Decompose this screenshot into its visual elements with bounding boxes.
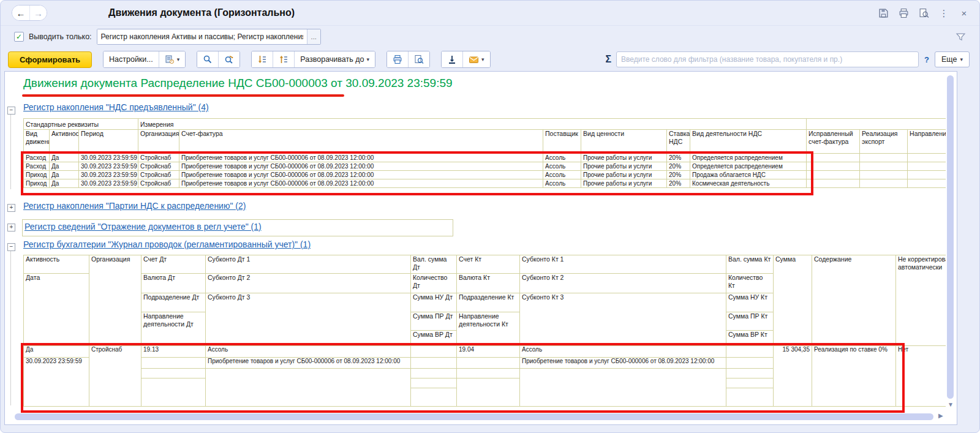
cell[interactable] — [726, 378, 774, 388]
cell[interactable]: Ассоль — [206, 346, 411, 358]
settings-button[interactable]: Настройки... — [104, 51, 159, 67]
cell[interactable] — [411, 388, 457, 407]
cell[interactable]: Приход — [24, 179, 50, 188]
cell[interactable]: Приобретение товаров и услуг СБ00-000006… — [179, 154, 543, 162]
cell[interactable]: 20% — [667, 171, 690, 179]
cell[interactable]: Да — [50, 154, 79, 162]
choose-registers-button[interactable]: ... — [307, 29, 320, 44]
cell[interactable]: Стройснаб — [138, 179, 179, 188]
cell[interactable] — [411, 346, 457, 358]
show-only-checkbox[interactable]: ✓ — [14, 32, 24, 42]
cell[interactable]: Да — [50, 179, 79, 188]
generate-button[interactable]: Сформировать — [8, 51, 92, 68]
cell[interactable] — [520, 369, 726, 407]
register2-link[interactable]: Регистр накопления "Партии НДС к распред… — [23, 201, 246, 211]
cell[interactable]: Ассоль — [543, 162, 581, 171]
search-button[interactable] — [197, 51, 218, 67]
help-icon[interactable]: ? — [924, 55, 929, 64]
collapse-register1-button[interactable]: − — [7, 107, 15, 115]
cell[interactable] — [411, 378, 457, 388]
cell[interactable]: Определяется распределением — [690, 162, 807, 171]
register4-link[interactable]: Регистр бухгалтерии "Журнал проводок (ре… — [23, 239, 311, 249]
cell[interactable]: 20% — [667, 154, 690, 162]
sigma-icon[interactable]: Σ — [605, 54, 611, 65]
cell[interactable] — [807, 154, 860, 162]
cell[interactable]: Определяется распределением — [690, 154, 807, 162]
cell[interactable]: Продажа облагается НДС — [690, 171, 807, 179]
cell[interactable] — [726, 346, 774, 358]
cell[interactable]: Расход — [24, 162, 50, 171]
cell[interactable]: Стройснаб — [138, 154, 179, 162]
send-mail-button[interactable]: ▾ — [462, 51, 490, 67]
cell[interactable]: Стройснаб — [89, 346, 141, 407]
cell[interactable]: Ассоль — [543, 171, 581, 179]
save-icon[interactable] — [878, 7, 889, 18]
cell[interactable] — [411, 369, 457, 378]
print-button[interactable] — [387, 51, 408, 67]
scroll-down-icon[interactable]: ▼ — [948, 401, 954, 408]
show-only-input[interactable] — [97, 29, 307, 44]
cell[interactable] — [860, 154, 908, 162]
cell[interactable] — [860, 162, 908, 171]
cell[interactable] — [807, 171, 860, 179]
cell[interactable] — [807, 162, 860, 171]
cell[interactable]: Реализация по ставке 0% — [812, 346, 896, 407]
cell[interactable] — [206, 369, 411, 407]
cell[interactable] — [908, 171, 946, 179]
cell[interactable] — [141, 358, 206, 369]
cell[interactable]: Да — [50, 162, 79, 171]
cell[interactable]: Приобретение товаров и услуг СБ00-000006… — [179, 171, 543, 179]
expand-register2-button[interactable]: + — [7, 204, 15, 212]
cell[interactable] — [908, 154, 946, 162]
quick-filter-input[interactable] — [616, 51, 919, 67]
cell[interactable] — [860, 171, 908, 179]
cell[interactable]: Приобретение товаров и услуг СБ00-000006… — [179, 179, 543, 188]
cell[interactable] — [726, 369, 774, 378]
cell[interactable] — [457, 378, 520, 407]
cell[interactable] — [411, 358, 457, 369]
cell[interactable] — [141, 378, 206, 407]
back-button[interactable]: ← — [12, 6, 29, 20]
register3-link[interactable]: Регистр сведений "Отражение документов в… — [24, 222, 262, 232]
cell[interactable]: Стройснаб — [138, 162, 179, 171]
forward-button[interactable]: → — [29, 6, 47, 20]
print-icon[interactable] — [898, 7, 909, 18]
horizontal-scrollbar-thumb[interactable] — [15, 413, 933, 420]
cell[interactable]: 30.09.2023 23:59:59 — [79, 154, 138, 162]
cell[interactable] — [726, 358, 774, 369]
preview-button[interactable] — [408, 51, 429, 67]
save-file-button[interactable] — [442, 51, 462, 67]
cell[interactable]: 30.09.2023 23:59:59 — [79, 162, 138, 171]
cell[interactable] — [726, 388, 774, 407]
register1-link[interactable]: Регистр накопления "НДС предъявленный" (… — [23, 102, 209, 112]
cell[interactable]: Прочие работы и услуги — [581, 179, 667, 188]
cell[interactable]: Прочие работы и услуги — [581, 162, 667, 171]
more-button[interactable]: Еще ▾ — [935, 51, 970, 67]
cell[interactable]: Расход — [24, 154, 50, 162]
cell[interactable]: 19.04 — [457, 346, 520, 358]
cell[interactable] — [908, 162, 946, 171]
vertical-scrollbar-thumb[interactable] — [947, 75, 954, 399]
print-preview-icon[interactable] — [918, 7, 929, 18]
report-variants-button[interactable]: ▾ — [159, 51, 186, 67]
cell[interactable]: Ассоль — [543, 179, 581, 188]
cell[interactable]: Нет — [896, 346, 946, 407]
cell[interactable]: Приход — [24, 171, 50, 179]
cell[interactable]: Прочие работы и услуги — [581, 171, 667, 179]
cell[interactable]: 30.09.2023 23:59:59 — [79, 179, 138, 188]
cell[interactable] — [860, 179, 908, 188]
cell[interactable] — [141, 369, 206, 378]
cell[interactable]: 19.13 — [141, 346, 206, 358]
cell[interactable] — [457, 358, 520, 369]
cell[interactable]: Приобретение товаров и услуг СБ00-000006… — [179, 162, 543, 171]
cell[interactable]: 20% — [667, 179, 690, 188]
cell[interactable]: Космическая деятельность — [690, 179, 807, 188]
cell[interactable]: Приобретение товаров и услуг СБ00-000006… — [520, 358, 726, 369]
search-next-button[interactable] — [218, 51, 239, 67]
close-icon[interactable]: × — [959, 7, 970, 18]
cell[interactable]: 20% — [667, 162, 690, 171]
cell[interactable]: Ассоль — [520, 346, 726, 358]
cell[interactable]: Прочие работы и услуги — [581, 154, 667, 162]
more-menu-icon[interactable]: ⋮ — [938, 7, 949, 18]
expand-levels-button[interactable] — [252, 51, 273, 67]
